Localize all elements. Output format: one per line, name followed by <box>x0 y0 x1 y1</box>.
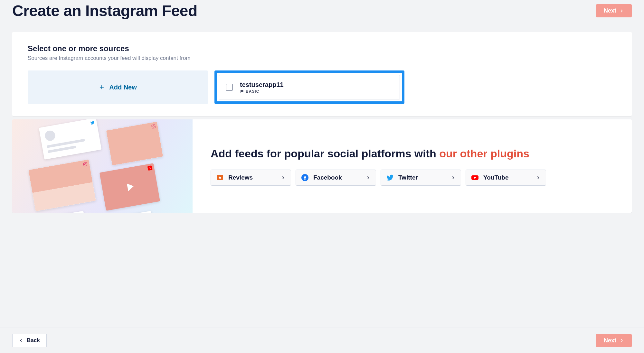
chevron-left-icon <box>19 339 23 342</box>
back-button[interactable]: Back <box>12 334 47 347</box>
next-button-bottom-label: Next <box>604 337 616 344</box>
flag-icon <box>240 89 244 93</box>
add-new-label: Add New <box>109 84 137 91</box>
twitter-icon <box>386 174 394 181</box>
footer-bar: Back Next <box>0 328 644 353</box>
next-button-top-label: Next <box>604 7 616 14</box>
chevron-right-icon <box>451 175 456 180</box>
source-name: testuserapp11 <box>240 81 284 88</box>
sources-card: Select one or more sources Sources are I… <box>12 32 632 116</box>
svg-point-5 <box>84 163 86 165</box>
plugin-twitter-button[interactable]: Twitter <box>381 170 461 186</box>
svg-rect-4 <box>83 162 87 166</box>
chevron-right-icon <box>536 175 541 180</box>
chevron-right-icon <box>620 338 624 343</box>
plugin-twitter-label: Twitter <box>398 174 418 181</box>
svg-rect-2 <box>152 125 156 128</box>
plugin-youtube-label: YouTube <box>483 174 508 181</box>
svg-marker-7 <box>149 167 151 169</box>
plugin-reviews-button[interactable]: Reviews <box>211 170 291 186</box>
reviews-icon <box>216 174 224 181</box>
plugin-facebook-button[interactable]: Facebook <box>296 170 376 186</box>
sources-title: Select one or more sources <box>28 44 616 53</box>
chevron-right-icon <box>620 9 624 13</box>
source-tier: BASIC <box>246 89 259 94</box>
plugin-youtube-button[interactable]: YouTube <box>466 170 546 186</box>
source-highlight: testuserapp11 BASIC <box>214 70 404 104</box>
plugin-facebook-label: Facebook <box>313 174 342 181</box>
facebook-icon <box>301 174 309 181</box>
promo-title: Add feeds for popular social platforms w… <box>211 146 614 161</box>
chevron-right-icon <box>366 175 371 180</box>
add-new-source-button[interactable]: Add New <box>28 70 208 104</box>
source-checkbox[interactable] <box>226 84 233 91</box>
page-title: Create an Instagram Feed <box>12 2 197 20</box>
youtube-icon <box>471 174 479 181</box>
next-button-top[interactable]: Next <box>596 4 632 17</box>
back-button-label: Back <box>27 337 40 344</box>
svg-point-3 <box>153 125 154 127</box>
sources-subtitle: Sources are Instagram accounts your feed… <box>28 55 616 61</box>
svg-marker-6 <box>127 182 134 191</box>
chevron-right-icon <box>281 175 286 180</box>
next-button-bottom[interactable]: Next <box>596 334 632 347</box>
promo-card: Add feeds for popular social platforms w… <box>12 119 632 213</box>
source-item[interactable]: testuserapp11 BASIC <box>219 75 400 99</box>
plugin-reviews-label: Reviews <box>228 174 253 181</box>
plus-icon <box>99 84 105 90</box>
promo-illustration <box>12 119 193 213</box>
